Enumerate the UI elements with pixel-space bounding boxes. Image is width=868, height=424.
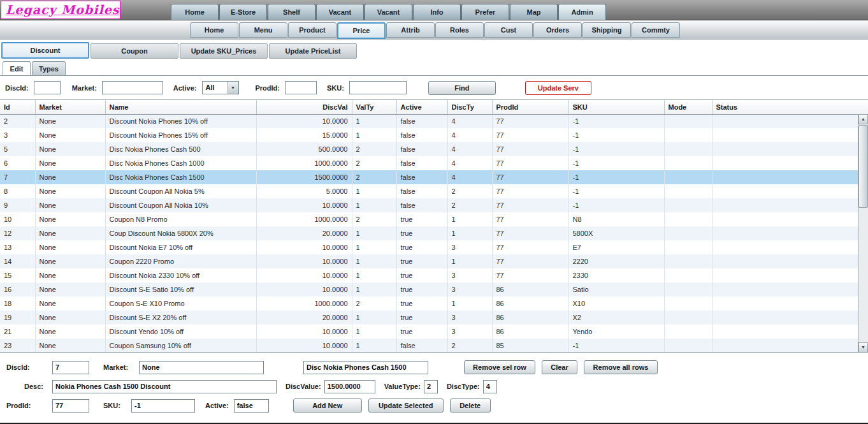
form-market-label: Market: [103, 363, 136, 371]
remove-sel-row-button[interactable]: Remove sel row [464, 360, 535, 374]
cell-status [712, 325, 868, 339]
grid-row-9[interactable]: 9NoneDiscount Coupon All Nokia 10%10.000… [0, 198, 868, 212]
filter-discid-input[interactable] [34, 81, 61, 94]
form-disctype-input[interactable] [483, 380, 497, 393]
cell-mode [664, 226, 712, 240]
cell-market: None [35, 156, 105, 170]
form-valuetype-input[interactable] [424, 380, 438, 393]
grid-row-16[interactable]: 16NoneDiscount S-E Satio 10% off10.00001… [0, 282, 868, 296]
top-nav-item-shelf[interactable]: Shelf [268, 4, 315, 20]
admin-nav-item-roles[interactable]: Roles [435, 22, 484, 38]
top-nav-item-vacant[interactable]: Vacant [365, 4, 412, 20]
scrollbar-thumb[interactable] [858, 125, 868, 208]
filter-market-input[interactable] [102, 81, 163, 94]
column-header-discval[interactable]: DiscVal [256, 100, 352, 114]
cell-prodid: 77 [492, 156, 568, 170]
column-header-name[interactable]: Name [105, 100, 256, 114]
scroll-up-icon[interactable]: ▲ [858, 114, 868, 124]
grid-row-15[interactable]: 15NoneDiscount Nokia 2330 10% off10.0000… [0, 268, 868, 282]
column-header-status[interactable]: Status [712, 100, 868, 114]
column-header-prodid[interactable]: ProdId [492, 100, 568, 114]
cell-discty: 4 [447, 128, 492, 142]
top-nav-item-info[interactable]: Info [413, 4, 461, 20]
top-nav-item-e-store[interactable]: E-Store [219, 4, 267, 20]
top-nav-item-map[interactable]: Map [510, 4, 558, 20]
grid-row-21[interactable]: 21NoneDiscount Yendo 10% off10.00001true… [0, 325, 868, 339]
column-header-active[interactable]: Active [396, 100, 447, 114]
find-button[interactable]: Find [428, 81, 496, 95]
form-active-input[interactable] [234, 399, 269, 413]
price-tab-update-sku-prices[interactable]: Update SKU_Prices [180, 43, 268, 59]
chevron-down-icon[interactable]: ▼ [228, 82, 238, 94]
admin-nav-item-cust[interactable]: Cust [484, 22, 533, 38]
update-selected-button[interactable]: Update Selected [368, 398, 444, 413]
form-market-input[interactable] [139, 361, 264, 374]
price-tab-discount[interactable]: Discount [1, 42, 89, 59]
sub-tab-edit[interactable]: Edit [3, 61, 31, 75]
column-header-valty[interactable]: ValTy [352, 100, 396, 114]
admin-nav-item-product[interactable]: Product [288, 22, 336, 38]
form-prodid-input[interactable] [52, 399, 89, 413]
grid-row-2[interactable]: 2NoneDiscount Nokia Phones 10% off10.000… [0, 114, 868, 128]
price-tab-coupon[interactable]: Coupon [90, 43, 178, 59]
top-nav-item-home[interactable]: Home [171, 4, 219, 20]
add-new-button[interactable]: Add New [293, 398, 362, 413]
admin-nav-item-shipping[interactable]: Shipping [582, 22, 631, 38]
filter-sku-label: SKU: [327, 84, 344, 92]
admin-nav-item-orders[interactable]: Orders [533, 22, 582, 38]
cell-valty: 1 [352, 311, 396, 325]
grid-row-19[interactable]: 19NoneDiscount S-E X2 20% off20.00001tru… [0, 311, 868, 325]
cell-valty: 1 [352, 325, 396, 339]
form-sku-input[interactable] [131, 399, 195, 413]
clear-button[interactable]: Clear [542, 360, 577, 374]
vertical-scrollbar[interactable]: ▲ ▼ [858, 114, 868, 353]
grid-row-6[interactable]: 6NoneDisc Nokia Phones Cash 10001000.000… [0, 156, 868, 170]
grid-row-10[interactable]: 10NoneCoupon N8 Promo1000.00002true177N8 [0, 212, 868, 226]
column-header-market[interactable]: Market [35, 100, 105, 114]
grid-row-12[interactable]: 12NoneCoup Discount Nokia 5800X 20%20.00… [0, 226, 868, 240]
edit-form: DiscId: Market: Remove sel row Clear Rem… [0, 353, 868, 424]
admin-nav-item-price[interactable]: Price [337, 22, 386, 39]
admin-nav-item-commty[interactable]: Commty [632, 22, 680, 38]
cell-name: Coup Discount Nokia 5800X 20% [105, 226, 256, 240]
cell-discty: 1 [447, 226, 492, 240]
top-nav-item-prefer[interactable]: Prefer [461, 4, 509, 20]
filter-prodid-input[interactable] [285, 81, 317, 94]
admin-nav-item-menu[interactable]: Menu [239, 22, 287, 38]
grid-row-8[interactable]: 8NoneDiscount Coupon All Nokia 5%5.00001… [0, 184, 868, 198]
column-header-sku[interactable]: SKU [568, 100, 664, 114]
grid-row-7[interactable]: 7NoneDisc Nokia Phones Cash 15001500.000… [0, 170, 868, 184]
form-discvalue-input[interactable] [324, 380, 375, 393]
grid-row-14[interactable]: 14NoneCoupon 2220 Promo10.00001true17722… [0, 254, 868, 268]
grid-row-5[interactable]: 5NoneDisc Nokia Phones Cash 500500.00002… [0, 142, 868, 156]
form-discid-input[interactable] [52, 361, 89, 374]
grid-row-23[interactable]: 23NoneCoupon Samsung 10% off10.00001fals… [0, 339, 868, 353]
grid-row-13[interactable]: 13NoneDiscount Nokia E7 10% off10.00001t… [0, 240, 868, 254]
admin-nav-item-home[interactable]: Home [190, 22, 238, 38]
top-nav-item-vacant[interactable]: Vacant [316, 4, 364, 20]
cell-mode [664, 114, 712, 128]
cell-mode [664, 296, 712, 311]
column-header-mode[interactable]: Mode [664, 100, 712, 114]
cell-prodid: 77 [492, 254, 568, 268]
top-nav-item-admin[interactable]: Admin [558, 4, 606, 20]
cell-discval: 20.0000 [256, 311, 352, 325]
remove-all-rows-button[interactable]: Remove all rows [584, 360, 658, 374]
grid-row-3[interactable]: 3NoneDiscount Nokia Phones 15% off15.000… [0, 128, 868, 142]
sub-tab-types[interactable]: Types [32, 61, 66, 75]
cell-prodid: 77 [492, 226, 568, 240]
grid-row-18[interactable]: 18NoneCoupon S-E X10 Promo1000.00002true… [0, 296, 868, 311]
delete-button[interactable]: Delete [450, 398, 491, 413]
cell-discval: 1000.0000 [256, 212, 352, 226]
column-header-discty[interactable]: DiscTy [447, 100, 492, 114]
scroll-down-icon[interactable]: ▼ [858, 342, 868, 353]
cell-discval: 10.0000 [256, 240, 352, 254]
admin-nav-item-attrib[interactable]: Attrib [386, 22, 435, 38]
column-header-id[interactable]: Id [0, 100, 35, 114]
active-dropdown[interactable]: All ▼ [202, 81, 239, 94]
update-serv-button[interactable]: Update Serv [525, 81, 591, 95]
price-tab-update-pricelist[interactable]: Update PriceList [269, 43, 357, 59]
form-desc-input[interactable] [52, 380, 277, 393]
form-name-input[interactable] [303, 361, 428, 374]
filter-sku-input[interactable] [349, 81, 407, 94]
